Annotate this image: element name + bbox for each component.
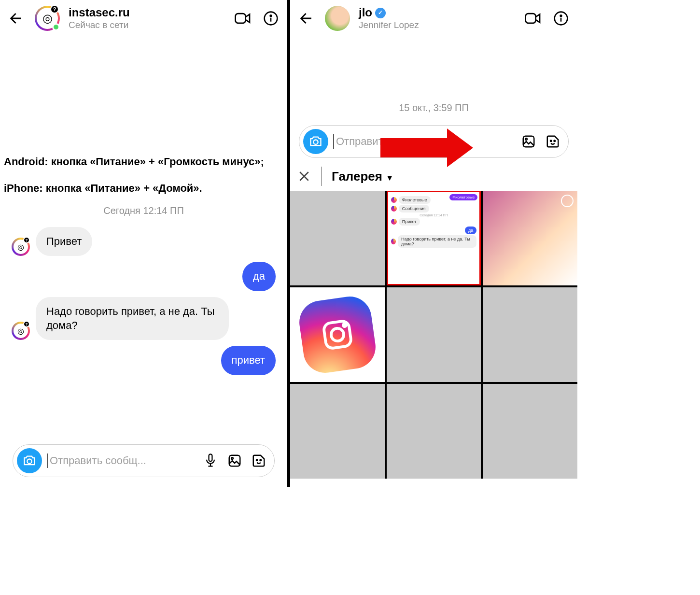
svg-rect-9 [526,14,536,23]
annotation-arrow-icon [380,135,472,159]
gallery-icon[interactable] [519,132,538,151]
info-button[interactable] [551,9,571,28]
selection-circle-icon [561,195,574,207]
message-incoming[interactable]: Привет [36,227,92,256]
verified-badge-icon: ✓ [375,8,386,18]
instruction-iphone: iPhone: кнопка «Питание» + «Домой». [0,179,287,197]
message-composer: Отправить [299,125,569,158]
svg-point-14 [525,138,527,140]
gallery-thumbnail[interactable] [483,287,577,382]
svg-point-8 [260,460,262,461]
message-avatar[interactable]: ◎ ? [12,238,30,256]
gallery-thumbnail-selected[interactable]: Фиолетовые Фиолетовые Сообщения Сегодня … [387,191,481,285]
gallery-grid: Фиолетовые Фиолетовые Сообщения Сегодня … [290,191,577,479]
info-button[interactable] [261,9,280,28]
microphone-icon[interactable] [201,451,220,470]
gallery-thumbnail[interactable] [290,287,385,382]
user-avatar[interactable]: ◎ ? [35,6,60,31]
chat-header: ◎ ? instasec.ru Сейчас в сети [0,0,287,37]
message-incoming[interactable]: Надо говорить привет, а не да. Ты дома? [36,297,229,340]
gallery-thumbnail[interactable] [387,287,481,382]
svg-point-19 [343,324,346,327]
message-row: ◎ ? Надо говорить привет, а не да. Ты до… [0,294,287,343]
unknown-badge-icon: ? [50,5,59,14]
message-avatar[interactable]: ◎ ? [12,322,30,340]
svg-point-11 [560,15,562,16]
back-button[interactable] [7,9,26,28]
svg-point-6 [231,457,233,459]
back-button[interactable] [297,9,316,28]
gallery-dropdown[interactable]: Галерея ▼ [332,169,393,184]
instagram-logo-icon [296,294,378,375]
message-row: привет [0,343,287,378]
svg-rect-0 [236,14,246,23]
separator [321,167,322,186]
sticker-icon[interactable] [249,451,268,470]
message-row: да [0,259,287,294]
svg-rect-13 [523,136,534,147]
svg-point-2 [270,15,272,16]
message-row: ◎ ? Привет [0,224,287,259]
gallery-header: Галерея ▼ [290,162,577,191]
mini-tag: Фиолетовые [449,194,477,200]
close-gallery-button[interactable] [297,169,311,184]
chat-username[interactable]: instasec.ru [69,6,224,20]
left-chat-screen: ◎ ? instasec.ru Сейчас в сети Android: к… [0,0,287,487]
message-outgoing[interactable]: да [242,262,276,291]
gallery-thumbnail[interactable] [483,384,577,479]
message-composer: Отправить сообщ... [13,444,275,477]
gallery-thumbnail[interactable] [290,191,385,285]
camera-button[interactable] [17,448,42,473]
chat-header: jlo✓ Jennifer Lopez [290,0,577,37]
chat-timestamp: Сегодня 12:14 ПП [0,198,287,224]
svg-rect-4 [209,454,212,461]
camera-button[interactable] [303,129,328,154]
svg-point-15 [550,141,552,142]
chevron-down-icon: ▼ [386,174,393,182]
instruction-android: Android: кнопка «Питание» + «Громкость м… [0,153,287,170]
chat-status: Сейчас в сети [69,20,224,31]
video-call-button[interactable] [523,9,543,28]
svg-rect-5 [229,455,240,467]
message-input[interactable]: Отправить сообщ... [47,453,196,468]
gallery-thumbnail[interactable] [483,191,577,285]
online-indicator-icon [52,23,60,31]
chat-subtitle: Jennifer Lopez [359,20,515,31]
chat-username[interactable]: jlo✓ [359,6,515,20]
chat-timestamp: 15 окт., 3:59 ПП [290,95,577,121]
svg-point-3 [27,459,31,464]
sticker-icon[interactable] [543,132,562,151]
user-avatar[interactable] [325,6,350,31]
right-chat-screen: jlo✓ Jennifer Lopez 15 окт., 3:59 ПП Отп… [290,0,577,487]
svg-point-7 [256,460,258,461]
gallery-thumbnail[interactable] [290,384,385,479]
message-outgoing[interactable]: привет [221,346,276,375]
svg-point-18 [330,327,345,342]
svg-point-12 [313,140,318,144]
video-call-button[interactable] [233,9,252,28]
svg-point-16 [554,141,556,142]
gallery-thumbnail[interactable] [387,384,481,479]
gallery-icon[interactable] [225,451,244,470]
